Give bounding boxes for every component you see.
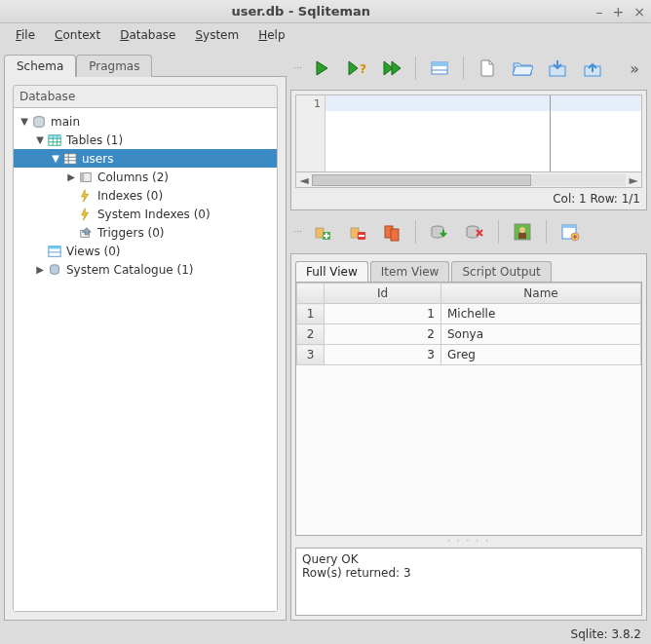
- create-view-button[interactable]: [424, 54, 455, 83]
- svg-rect-6: [49, 134, 60, 138]
- row-delete-button[interactable]: [341, 217, 372, 246]
- result-grid[interactable]: Id Name 1 1 Michelle 2 2 Son: [295, 282, 642, 536]
- toolbar-grip-icon[interactable]: ⋮: [294, 227, 302, 238]
- grid-corner: [297, 284, 325, 304]
- tab-schema[interactable]: Schema: [4, 55, 76, 77]
- tree-node-system-catalogue[interactable]: ▶ System Catalogue (1): [14, 260, 277, 279]
- cell-name[interactable]: Greg: [441, 345, 641, 365]
- svg-text:?: ?: [360, 62, 366, 76]
- toolbar-overflow-icon[interactable]: »: [626, 59, 643, 78]
- menu-file[interactable]: File: [8, 25, 43, 45]
- table-icon: [47, 133, 62, 148]
- grid-col-name[interactable]: Name: [441, 284, 641, 304]
- tree-node-columns[interactable]: ▶ Columns (2): [14, 168, 277, 186]
- new-file-button[interactable]: [472, 54, 503, 83]
- chevron-right-icon[interactable]: ▶: [33, 264, 47, 275]
- splitter-handle-icon[interactable]: · · · · ·: [295, 536, 642, 546]
- columns-icon: [78, 170, 94, 185]
- menu-system[interactable]: System: [187, 25, 247, 45]
- tree-label: Columns (2): [97, 170, 169, 184]
- chevron-down-icon[interactable]: ▼: [33, 134, 47, 145]
- export-button[interactable]: [555, 217, 586, 246]
- sql-toolbar: ⋮ ?: [290, 51, 647, 86]
- svg-rect-7: [64, 153, 76, 164]
- cell-id[interactable]: 2: [325, 324, 441, 345]
- query-log[interactable]: Query OK Row(s) returned: 3: [295, 548, 642, 616]
- tree-node-system-indexes[interactable]: System Indexes (0): [14, 205, 277, 223]
- tree-node-users[interactable]: ▼ users: [14, 149, 277, 168]
- run-button[interactable]: [306, 54, 337, 83]
- row-add-button[interactable]: [306, 217, 337, 246]
- cell-name[interactable]: Michelle: [441, 304, 641, 324]
- run-step-button[interactable]: [376, 54, 407, 83]
- database-icon: [31, 114, 47, 130]
- menu-database[interactable]: Database: [112, 25, 183, 45]
- svg-rect-29: [391, 229, 399, 241]
- run-explain-button[interactable]: ?: [341, 54, 372, 83]
- row-header[interactable]: 2: [297, 324, 325, 345]
- tree-label: Indexes (0): [97, 189, 163, 203]
- tree-label: System Catalogue (1): [66, 263, 193, 277]
- svg-rect-12: [81, 172, 85, 181]
- left-panel: Schema Pragmas Database ▼ main: [4, 51, 287, 621]
- chevron-down-icon[interactable]: ▼: [49, 153, 62, 164]
- lightning-icon: [78, 207, 94, 222]
- right-panel: ⋮ ?: [290, 51, 647, 621]
- svg-rect-24: [316, 228, 324, 238]
- chevron-down-icon[interactable]: ▼: [18, 116, 31, 127]
- table-row[interactable]: 2 2 Sonya: [297, 324, 641, 345]
- scroll-left-icon[interactable]: ◄: [296, 173, 312, 187]
- data-toolbar: ⋮: [290, 214, 647, 249]
- window-close-icon[interactable]: ×: [633, 5, 645, 19]
- scroll-right-icon[interactable]: ►: [626, 173, 641, 187]
- tree-label: System Indexes (0): [97, 208, 211, 221]
- tab-item-view[interactable]: Item View: [370, 261, 450, 282]
- view-icon: [47, 244, 62, 259]
- save-as-button[interactable]: [577, 54, 608, 83]
- toolbar-grip-icon[interactable]: ⋮: [294, 63, 302, 74]
- row-header[interactable]: 1: [297, 304, 325, 324]
- tree-node-tables[interactable]: ▼ Tables (1): [14, 131, 277, 149]
- svg-rect-20: [432, 62, 447, 66]
- svg-rect-15: [49, 246, 60, 248]
- blob-preview-button[interactable]: [507, 217, 538, 246]
- database-label: Database: [14, 86, 277, 108]
- tree-node-views[interactable]: Views (0): [14, 242, 277, 260]
- svg-rect-34: [518, 233, 526, 239]
- commit-button[interactable]: [424, 217, 455, 246]
- menu-context[interactable]: Context: [47, 25, 108, 45]
- tab-script-output[interactable]: Script Output: [451, 261, 551, 282]
- open-file-button[interactable]: [507, 54, 538, 83]
- window-minimize-icon[interactable]: –: [596, 5, 603, 19]
- tree-node-triggers[interactable]: Triggers (0): [14, 223, 277, 242]
- cursor-position-label: Col: 1 Row: 1/1: [295, 188, 642, 206]
- editor-hscrollbar[interactable]: ◄ ►: [295, 172, 642, 188]
- cell-id[interactable]: 1: [325, 304, 441, 324]
- tree-label: Tables (1): [66, 133, 123, 147]
- rollback-button[interactable]: [459, 217, 490, 246]
- table-row[interactable]: 3 3 Greg: [297, 345, 641, 365]
- cell-name[interactable]: Sonya: [441, 324, 641, 345]
- tree-label: Views (0): [66, 245, 121, 258]
- tree-node-indexes[interactable]: Indexes (0): [14, 186, 277, 205]
- window-title: user.db - Sqliteman: [6, 4, 596, 19]
- svg-rect-26: [351, 228, 359, 238]
- row-duplicate-button[interactable]: [376, 217, 407, 246]
- row-header[interactable]: 3: [297, 345, 325, 365]
- window-maximize-icon[interactable]: +: [613, 5, 625, 19]
- tab-pragmas[interactable]: Pragmas: [76, 55, 152, 77]
- database-groupbox: Database ▼ main ▼: [13, 85, 278, 612]
- save-button[interactable]: [542, 54, 573, 83]
- chevron-right-icon[interactable]: ▶: [64, 171, 78, 182]
- grid-col-id[interactable]: Id: [325, 284, 441, 304]
- tree-node-main[interactable]: ▼ main: [14, 112, 277, 131]
- cell-id[interactable]: 3: [325, 345, 441, 365]
- database-tree[interactable]: ▼ main ▼ Tables (1): [14, 108, 277, 611]
- sql-editor[interactable]: 1: [295, 95, 642, 172]
- sqlite-version-label: Sqlite: 3.8.2: [571, 627, 641, 641]
- svg-point-33: [519, 227, 525, 233]
- tab-full-view[interactable]: Full View: [295, 261, 368, 282]
- menu-help[interactable]: Help: [250, 25, 292, 45]
- menubar: File Context Database System Help: [0, 23, 651, 47]
- table-row[interactable]: 1 1 Michelle: [297, 304, 641, 324]
